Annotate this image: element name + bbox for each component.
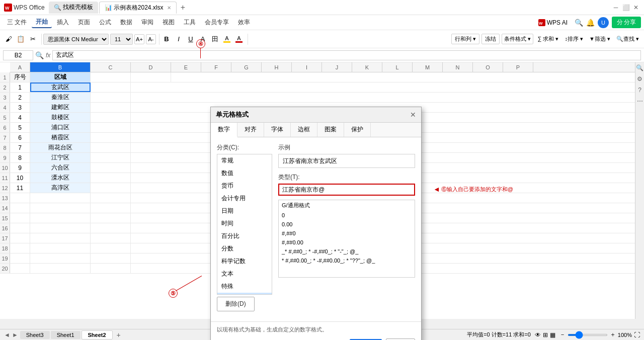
dialog-tab-font[interactable]: 字体 [264, 123, 291, 137]
font-size-select[interactable]: 11 [110, 34, 133, 45]
font-decrease-btn[interactable]: A- [146, 34, 156, 44]
cat-accounting[interactable]: 会计专用 [217, 192, 272, 205]
tab-find-template[interactable]: 🔍 找模壳模板 [49, 2, 98, 14]
status-bar: 平均值=0 计数=11 求和=0 👁 ⊞ ▦ － ＋ 100% ⛶ [467, 330, 640, 339]
fmt-hash0.00[interactable]: #,##0.00 [279, 238, 415, 247]
type-input[interactable] [278, 184, 415, 196]
menu-tools[interactable]: 工具 [180, 17, 200, 28]
menu-start[interactable]: 开始 [32, 17, 52, 28]
menu-data[interactable]: 数据 [116, 17, 136, 28]
menu-view[interactable]: 视图 [158, 17, 179, 28]
formula-bar: 🔍 fx ④ [0, 48, 644, 62]
cat-text[interactable]: 文本 [217, 268, 272, 280]
fmt-general[interactable]: G/通用格式 [279, 200, 415, 211]
menu-efficiency[interactable]: 效率 [234, 17, 254, 28]
font-increase-btn[interactable]: A+ [134, 34, 144, 44]
cat-time[interactable]: 时间 [217, 217, 272, 230]
wps-logo[interactable]: W WPS Office [4, 4, 45, 12]
cut-btn[interactable]: ✂ [27, 34, 38, 45]
row-col-btn[interactable]: 行和列 ▾ [451, 34, 479, 44]
wps-ai-menu-btn[interactable]: W WPS AI [534, 18, 572, 27]
cat-number[interactable]: 数值 [217, 167, 272, 180]
sheet-tab-2[interactable]: Sheet2 [82, 330, 113, 339]
dialog-tab-pattern[interactable]: 图案 [317, 123, 344, 137]
status-text: 平均值=0 计数=11 求和=0 [467, 331, 531, 338]
filter-btn[interactable]: ▼筛选 ▾ [587, 34, 612, 44]
dialog-tab-protect[interactable]: 保护 [344, 123, 371, 137]
sort-btn[interactable]: ↕排序 ▾ [562, 34, 585, 44]
fmt-0[interactable]: 0 [279, 211, 415, 220]
new-tab-btn[interactable]: + [178, 2, 189, 13]
fill-color-btn[interactable]: A [221, 34, 232, 45]
cat-currency[interactable]: 货币 [217, 180, 272, 192]
font-color-btn[interactable]: A [233, 34, 245, 45]
fmt-accounting2[interactable]: * #,##0.00_; * -#,##0.00_; * "??"_; @_ [279, 256, 415, 265]
find-btn[interactable]: 🔍查找 ▾ [614, 34, 641, 44]
arrow-annotation-6: ◄ ⑥输入自己要添加的文字和@ [433, 185, 513, 193]
cat-percent[interactable]: 百分比 [217, 230, 272, 242]
dialog-tab-align[interactable]: 对齐 [237, 123, 264, 137]
restore-btn[interactable]: ⬜ [622, 4, 630, 12]
tab-label-spreadsheet: 示例表格2024.xlsx [114, 4, 164, 12]
tab-icon: 🔍 [54, 4, 61, 11]
nav-prev-btn[interactable]: ◄ [4, 331, 10, 338]
italic-btn[interactable]: I [173, 34, 184, 45]
dialog-close-icon[interactable]: ✕ [410, 111, 416, 119]
fullscreen-btn[interactable]: ⛶ [634, 331, 640, 338]
right-toolbar-group: 行和列 ▾ 冻结 条件格式 ▾ ∑ 求和 ▾ ↕排序 ▾ ▼筛选 ▾ 🔍查找 ▾ [451, 34, 641, 44]
fmt-accounting1[interactable]: _* #,##0_; * -#,##0_; * "-"_; @_ [279, 247, 415, 256]
cat-special[interactable]: 特殊 [217, 280, 272, 293]
nav-next-btn[interactable]: ► [12, 331, 18, 338]
cond-format-btn[interactable]: 条件格式 ▾ [502, 34, 533, 44]
zoom-out-btn[interactable]: － [559, 330, 566, 339]
fmt-0.00[interactable]: 0.00 [279, 220, 415, 229]
eye-icon[interactable]: 👁 [535, 331, 541, 338]
notification-btn[interactable]: 🔔 [586, 19, 595, 27]
tab-spreadsheet[interactable]: 📊 示例表格2024.xlsx ✕ [99, 2, 177, 14]
grid-icon[interactable]: ⊞ [543, 331, 548, 338]
main-content: A B C D E F G H I J K L M N O P 1 序号 区域 [0, 62, 644, 319]
format-paint-btn[interactable]: 🖌 [3, 34, 14, 45]
dialog-tab-border[interactable]: 边框 [291, 123, 317, 137]
toolbar-format-group: 🖌 📋 ✂ [3, 34, 42, 45]
bold-btn[interactable]: B [161, 34, 172, 45]
cat-custom[interactable]: 自定义 [217, 293, 272, 295]
dialog-title-bar: 单元格格式 ✕ [211, 107, 421, 123]
share-button[interactable]: 分分享 [612, 17, 641, 28]
sheet-tab-3[interactable]: Sheet3 [20, 331, 50, 339]
menu-formula[interactable]: 公式 [95, 17, 115, 28]
fmt-hash0[interactable]: #,##0 [279, 229, 415, 238]
zoom-level: 100% [618, 332, 632, 338]
dialog-tab-number[interactable]: 数字 [211, 123, 237, 137]
example-label: 示例 [278, 143, 415, 152]
menu-insert[interactable]: 插入 [53, 17, 73, 28]
cell-reference-input[interactable] [3, 50, 33, 60]
menu-page[interactable]: 页面 [74, 17, 94, 28]
freeze-btn[interactable]: 冻结 [481, 34, 500, 44]
formula-input[interactable] [52, 50, 641, 60]
add-sheet-btn[interactable]: + [114, 330, 124, 340]
menu-file[interactable]: 三 文件 [3, 17, 31, 28]
font-name-select[interactable]: 思源黑体 CN Medium [43, 34, 109, 45]
cat-date[interactable]: 日期 [217, 205, 272, 217]
close-btn[interactable]: ✕ [632, 4, 640, 12]
paste-btn[interactable]: 📋 [15, 34, 26, 45]
layout-icon[interactable]: ▦ [550, 331, 555, 338]
cat-scientific[interactable]: 科学记数 [217, 255, 272, 268]
zoom-slider[interactable] [568, 334, 608, 336]
underline-btn[interactable]: U [185, 34, 196, 45]
cat-fraction[interactable]: 分数 [217, 242, 272, 255]
delete-format-btn[interactable]: 删除(D) [217, 297, 255, 311]
formula-icon[interactable]: 🔍 [35, 51, 44, 59]
user-avatar[interactable]: U [598, 17, 609, 28]
cat-general[interactable]: 常规 [217, 154, 272, 167]
border-btn[interactable]: 田 [209, 34, 220, 45]
zoom-in-btn[interactable]: ＋ [610, 330, 616, 339]
tab-close-btn[interactable]: ✕ [167, 5, 171, 11]
menu-member[interactable]: 会员专享 [201, 17, 233, 28]
minimize-btn[interactable]: ─ [612, 4, 620, 12]
sheet-tab-1[interactable]: Sheet1 [51, 331, 80, 339]
search-btn[interactable]: 🔍 [575, 19, 583, 27]
sum-btn[interactable]: ∑ 求和 ▾ [535, 34, 560, 44]
menu-review[interactable]: 审阅 [137, 17, 157, 28]
